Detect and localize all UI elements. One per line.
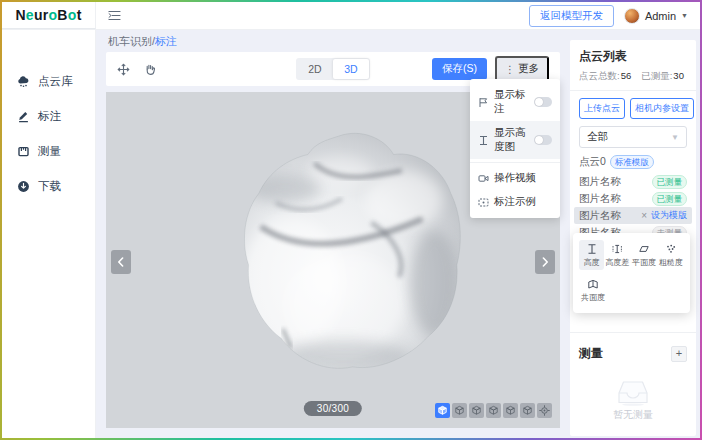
app-body: 点云库 标注 测量 下载 (2, 30, 700, 438)
user-name: Admin (645, 10, 676, 22)
measured-value: 30 (673, 70, 684, 81)
locate-icon (538, 404, 551, 417)
empty-text: 暂无测量 (613, 408, 653, 422)
measured-badge: 已测量 (652, 175, 688, 189)
total-stat: 点云总数:56 (579, 70, 631, 83)
measure-empty-state: 暂无测量 (579, 362, 687, 428)
breadcrumb-current: 标注 (155, 35, 177, 47)
tool-label: 高度 (584, 257, 600, 268)
height-map-icon (478, 135, 489, 146)
row-action-group: × 设为模版 (641, 209, 687, 222)
set-as-template-link[interactable]: 设为模版 (651, 209, 687, 222)
camera-intrinsics-button[interactable]: 相机内参设置 (630, 98, 694, 119)
flag-icon (478, 97, 489, 108)
cube-view-button[interactable] (503, 403, 518, 418)
height-tool-icon (586, 243, 598, 255)
measured-badge: 已测量 (652, 192, 688, 206)
cube-view-button[interactable] (520, 403, 535, 418)
menu-item-show-height-map[interactable]: 显示高度图 (470, 121, 560, 159)
locate-center-button[interactable] (537, 403, 552, 418)
measure-icon (17, 145, 30, 158)
empty-inbox-icon (616, 379, 650, 406)
caret-down-icon: ▼ (681, 12, 688, 19)
view-mode-3d-button[interactable]: 3D (333, 59, 369, 79)
tool-label: 平面度 (632, 257, 656, 268)
point-cloud-panel: 点云列表 点云总数:56 已测量:30 上传点云 相机内参设置 全部 ▼ 点云0… (570, 40, 696, 436)
move-icon[interactable] (117, 63, 130, 76)
flatness-tool-icon (638, 243, 650, 255)
total-label: 点云总数: (579, 70, 620, 81)
menu-item-tutorial-video[interactable]: 操作视频 (470, 166, 560, 190)
next-image-button[interactable] (535, 250, 555, 274)
image-list-item[interactable]: 图片名称 已测量 (579, 190, 687, 207)
panel-actions: 上传点云 相机内参设置 (579, 98, 687, 119)
main-column: 机车识别/标注 2D 3D 保存(S) ⋮更多 (96, 30, 570, 438)
point-cloud-group-row[interactable]: 点云0 标准模版 (579, 155, 687, 169)
show-annotations-toggle[interactable] (534, 97, 552, 107)
view-orientation-toolbar (435, 403, 552, 418)
point-cloud-library-icon (17, 75, 30, 88)
tool-label: 粗糙度 (659, 257, 683, 268)
more-dropdown-menu: 显示标注 显示高度图 操作视频 (470, 79, 560, 218)
back-to-model-dev-button[interactable]: 返回模型开发 (529, 5, 614, 27)
measured-stat: 已测量:30 (641, 70, 684, 83)
hand-grab-icon[interactable] (144, 63, 157, 76)
sidebar-item-annotate[interactable]: 标注 (2, 99, 95, 134)
tool-coplanarity[interactable]: 共面度 (579, 275, 607, 305)
menu-item-label: 操作视频 (494, 171, 536, 185)
menu-item-label: 显示标注 (494, 88, 529, 116)
measure-section-header: 测量 + (579, 345, 687, 362)
view-mode-2d-button[interactable]: 2D (297, 59, 333, 79)
tooth-model-3d[interactable] (218, 130, 463, 374)
measure-section-title: 测量 (579, 345, 603, 362)
tool-height[interactable]: 高度 (579, 240, 604, 270)
breadcrumb-parent[interactable]: 机车识别 (108, 35, 152, 47)
image-name: 图片名称 (579, 192, 621, 206)
roughness-tool-icon (665, 243, 677, 255)
neurobot-app: NeuroBot 返回模型开发 Admin ▼ 点云库 (2, 2, 700, 438)
point-cloud-group-name: 点云0 (579, 155, 606, 169)
show-height-map-toggle[interactable] (534, 135, 552, 145)
tool-roughness[interactable]: 粗糙度 (657, 240, 684, 270)
more-button-label: 更多 (518, 62, 539, 76)
panel-title: 点云列表 (579, 48, 687, 65)
logo-letter: t (77, 7, 82, 23)
filter-select[interactable]: 全部 ▼ (579, 126, 687, 148)
logo-letter-accent: e (26, 7, 34, 23)
cube-view-button[interactable] (486, 403, 501, 418)
menu-item-annotation-example[interactable]: 标注示例 (470, 190, 560, 214)
sidebar-item-download[interactable]: 下载 (2, 169, 95, 204)
sidebar-item-label: 标注 (38, 109, 61, 124)
annotate-pen-icon (17, 110, 30, 123)
menu-item-show-annotations[interactable]: 显示标注 (470, 83, 560, 121)
logo-gear-o-icon: o (68, 7, 77, 23)
close-icon[interactable]: × (641, 211, 647, 221)
cube-view-button[interactable] (452, 403, 467, 418)
upload-point-cloud-button[interactable]: 上传点云 (579, 98, 625, 119)
cube-iso-view-button[interactable] (435, 403, 450, 418)
chevron-left-icon (117, 257, 125, 267)
breadcrumb: 机车识别/标注 (96, 30, 570, 52)
save-button[interactable]: 保存(S) (432, 58, 487, 80)
image-pager-badge: 30/300 (304, 401, 362, 416)
measure-tools-popup: 高度 高度差 平面度 粗糙度 (573, 233, 690, 313)
sidebar-collapse-icon[interactable] (108, 10, 121, 21)
user-menu[interactable]: Admin ▼ (624, 8, 688, 24)
image-list-item[interactable]: 图片名称 已测量 (579, 173, 687, 190)
prev-image-button[interactable] (111, 250, 131, 274)
tool-flatness[interactable]: 平面度 (631, 240, 658, 270)
sidebar-item-measure[interactable]: 测量 (2, 134, 95, 169)
measured-label: 已测量: (641, 70, 672, 81)
cube-view-button[interactable] (469, 403, 484, 418)
logo-letter: N (15, 7, 25, 23)
image-list-item-selected[interactable]: 图片名称 × 设为模版 (574, 207, 692, 224)
menu-item-label: 标注示例 (494, 195, 536, 209)
logo-letter: ur (34, 7, 49, 23)
tool-label: 高度差 (605, 257, 629, 268)
add-measurement-button[interactable]: + (671, 346, 687, 362)
vertical-dots-icon: ⋮ (505, 64, 515, 75)
sidebar-item-point-cloud-library[interactable]: 点云库 (2, 64, 95, 99)
pan-tool-group (117, 63, 157, 76)
tool-height-diff[interactable]: 高度差 (604, 240, 631, 270)
logo-area: NeuroBot (2, 2, 96, 29)
